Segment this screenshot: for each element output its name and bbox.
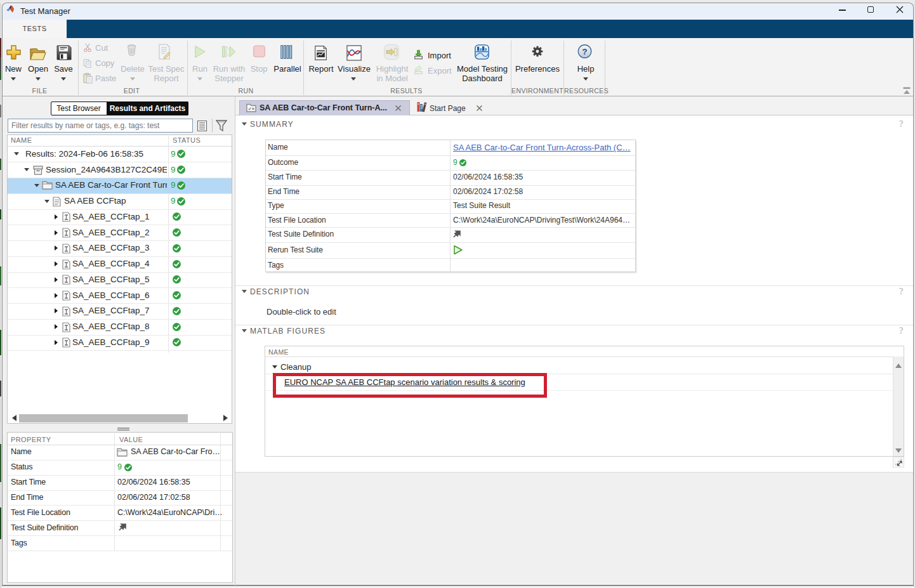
svg-text:?: ? [582, 47, 587, 56]
